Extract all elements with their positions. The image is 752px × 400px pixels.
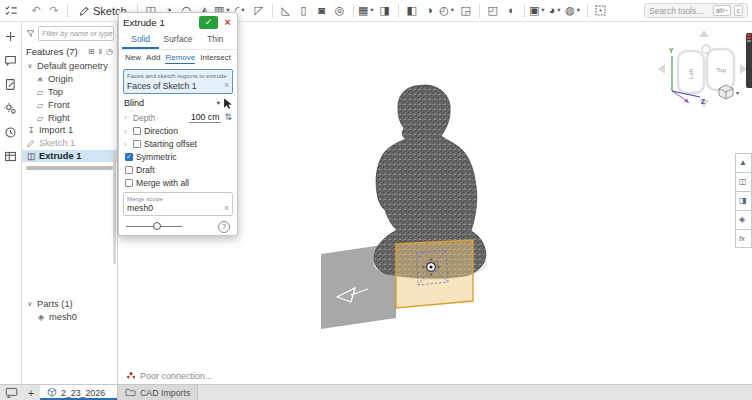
mode-new[interactable]: New [125,53,141,64]
linear-pattern-button[interactable]: ▦▾ [358,2,376,20]
split-button[interactable]: ◑ [421,2,439,20]
tool-search[interactable]: Search tools... alt/~ c [644,3,748,18]
new-tab-button[interactable]: + [22,385,40,400]
modify-fillet-button[interactable]: ◴▾ [439,2,457,20]
select-cursor-icon[interactable] [223,98,232,109]
plane-tool-button[interactable]: ▣▾ [529,2,547,20]
confirm-button[interactable]: ✓ [199,16,218,29]
sketch-plane[interactable] [396,240,473,308]
move-face-button[interactable]: ◰ [484,2,502,20]
tab-thin[interactable]: Thin [197,32,234,49]
clear-merge-scope-icon[interactable]: × [224,204,229,213]
tab-surface[interactable]: Surface [159,32,196,49]
preview-slider-handle[interactable] [153,222,161,230]
merge-with-all-checkbox[interactable] [125,179,133,187]
feature-tree-item-extrude-1[interactable]: ◫Extrude 1 [22,150,117,163]
isolate-button[interactable]: ▲ [735,153,752,172]
undo-button[interactable]: ↶ [27,2,45,20]
feature-tree-item-default-geometry[interactable]: ∨Default geometry [22,60,117,73]
shell-button[interactable]: ◙ [313,2,331,20]
viewcube-corner[interactable] [702,45,710,53]
mode-add[interactable]: Add [146,53,160,64]
chevron-down-icon: ▾ [449,7,456,14]
expander-icon[interactable]: › [124,140,130,149]
draft-checkbox[interactable] [125,166,133,174]
feature-tree-item-top[interactable]: ▱Top [22,86,117,99]
redo-button[interactable]: ↷ [45,2,63,20]
chevron-down-icon: ▾ [555,7,562,14]
dialog-tabs: SolidSurfaceThin [119,32,237,50]
shortcut-badge: c [734,5,743,16]
versions-icon [4,126,17,139]
rotate-up-arrow[interactable] [699,30,709,37]
select-region-button[interactable] [592,2,610,20]
chamfer-button[interactable]: ◸ [250,2,268,20]
feature-list-icon[interactable] [2,2,20,20]
toolbar-separator [587,4,588,18]
rib-button[interactable]: ▯ [295,2,313,20]
feature-tree: ∨Default geometry∗Origin▱Top▱Front▱Right… [22,60,117,162]
feature-tree-item-sketch-1[interactable]: Sketch 1 [22,137,117,150]
named-views-button[interactable]: ◫ [735,172,752,191]
clipped-panel-mark [747,37,751,39]
fx-variables-button[interactable]: fx [735,229,752,248]
rotate-left-arrow[interactable] [658,64,665,74]
end-condition-select[interactable]: Blind [124,98,144,108]
configurations-panel-button[interactable] [3,101,18,116]
boolean-button[interactable]: ◧ [403,2,421,20]
feature-tree-item-front[interactable]: ▱Front [22,98,117,111]
suppress-icon[interactable]: ‖ [99,48,102,56]
versions-panel-button[interactable] [3,125,18,140]
document-tab-2_23_2026[interactable]: 2_23_2026 [40,385,118,400]
feature-tree-item-origin[interactable]: ∗Origin [22,73,117,86]
comments-panel-button[interactable] [3,53,18,68]
feature-tree-item-import-1[interactable]: ↧Import 1 [22,124,117,137]
edit-document-panel-button[interactable] [3,77,18,92]
view-menu-button[interactable]: ▾ [719,85,739,99]
chevron-down-icon[interactable]: ∨ [26,62,34,70]
display-states-button[interactable]: ◨ [735,191,752,210]
datum-panel-button[interactable] [3,29,18,44]
part-item-mesh0[interactable]: ◈mesh0 [22,311,117,324]
depth-input[interactable]: 100 cm [189,112,222,123]
hole-button[interactable]: ◎ [331,2,349,20]
mode-intersect[interactable]: Intersect [200,53,231,64]
expander-icon[interactable]: › [124,113,130,122]
tables-panel-button[interactable] [3,149,18,164]
cancel-button[interactable]: × [222,17,233,28]
delete-face-button[interactable]: ◲ [457,2,475,20]
view-cube[interactable]: Left Top Y Z [658,30,747,107]
tag-button[interactable]: ◍▾ [565,2,583,20]
offset-surface-button[interactable]: ◖ [502,2,520,20]
feature-tree-item-right[interactable]: ▱Right [22,111,117,124]
merge-scope-field[interactable]: Merge scope mesh0 × [123,192,233,217]
selection-field[interactable]: Faces and sketch regions to extrude Face… [123,69,233,94]
help-button[interactable]: ? [218,221,230,233]
draft-button[interactable]: ◺ [277,2,295,20]
measure-button[interactable]: ◕▾ [547,2,565,20]
starting-offset-checkbox[interactable] [133,140,141,148]
add-folder-icon[interactable]: ⊞ [88,48,95,56]
flip-direction-icon[interactable]: ⇅ [224,113,232,122]
features-header-actions: ⊞‖◷ [88,48,113,56]
parts-header[interactable]: ∨ Parts (1) [22,298,117,311]
document-tab-cad-imports[interactable]: CAD Imports [118,385,198,400]
chevron-down-icon[interactable]: ▾ [217,99,220,107]
mirror-button[interactable]: ◨ [376,2,394,20]
feature-filter-input[interactable]: Filter by name or type [38,26,114,41]
mode-remove[interactable]: Remove [165,53,195,64]
rollback-icon[interactable]: ◷ [106,48,113,56]
expander-icon[interactable]: › [124,127,130,136]
configurations-icon [4,102,17,115]
screencast-icon[interactable] [0,385,22,400]
direction-checkbox[interactable] [133,127,141,135]
toolbar-separator [479,4,480,18]
preview-slider[interactable] [126,226,182,227]
clear-selection-icon[interactable]: × [224,81,229,90]
panel-scrollbar[interactable] [113,152,116,264]
symmetric-checkbox[interactable]: ✓ [125,153,133,161]
appearance-button[interactable]: ◈ [735,210,752,229]
rollback-bar[interactable] [26,166,113,170]
tab-solid[interactable]: Solid [122,32,159,49]
measure-icon: ◕ [549,5,556,16]
